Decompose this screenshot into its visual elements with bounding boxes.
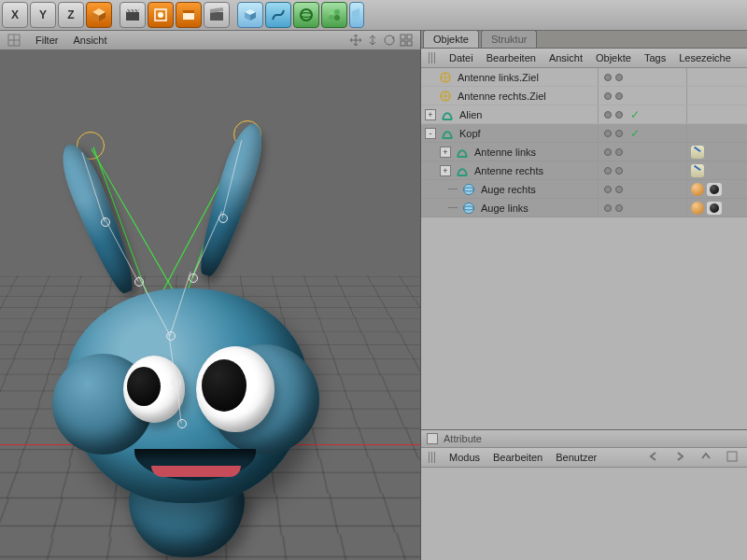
nav-move-icon[interactable] (349, 34, 362, 47)
tree-row[interactable]: Antenne links.Ziel (421, 68, 747, 87)
tab-structure[interactable]: Struktur (481, 30, 538, 48)
render-queue-button[interactable] (204, 2, 230, 28)
visibility-cell[interactable] (598, 180, 686, 198)
tree-row[interactable]: +Antenne links (421, 143, 747, 161)
render-button[interactable] (120, 2, 146, 28)
vis-editor-dot[interactable] (604, 92, 612, 100)
more-tools-button[interactable] (349, 2, 364, 28)
visibility-cell[interactable] (598, 87, 686, 105)
axis-y-button[interactable]: Y (30, 2, 56, 28)
vis-render-dot[interactable] (615, 186, 623, 193)
om-menu-objects[interactable]: Objekte (596, 52, 631, 63)
visibility-cell[interactable] (598, 143, 686, 161)
attr-toggle-icon[interactable] (427, 433, 438, 444)
phong-tag-icon[interactable] (691, 183, 704, 196)
visibility-cell[interactable] (598, 199, 686, 217)
vis-editor-dot[interactable] (604, 74, 612, 81)
attr-menu-edit[interactable]: Bearbeiten (493, 452, 543, 463)
om-menu-edit[interactable]: Bearbeiten (486, 52, 536, 63)
tab-objects[interactable]: Objekte (423, 30, 479, 48)
spline-button[interactable] (265, 2, 291, 28)
object-name[interactable]: Antenne rechts (472, 165, 598, 176)
tags-cell (686, 199, 747, 217)
tree-row[interactable]: Auge rechts (421, 180, 747, 199)
object-tree[interactable]: Antenne links.Ziel Antenne rechts.Ziel+A… (421, 68, 747, 429)
vis-render-dot[interactable] (615, 74, 623, 81)
attr-title: Attribute (444, 433, 482, 444)
attr-nav-back-icon[interactable] (648, 451, 661, 464)
coord-system-button[interactable] (86, 2, 112, 28)
enabled-check-icon[interactable]: ✓ (630, 127, 640, 140)
collapse-icon[interactable]: - (425, 128, 436, 139)
axis-x-button[interactable]: X (2, 2, 28, 28)
vis-render-dot[interactable] (615, 130, 623, 137)
nurbs-button[interactable] (293, 2, 319, 28)
axis-z-button[interactable]: Z (58, 2, 84, 28)
render-region-button[interactable] (148, 2, 174, 28)
object-name[interactable]: Antenne links (472, 147, 598, 158)
vis-render-dot[interactable] (615, 167, 623, 175)
object-name[interactable]: Kopf (458, 128, 598, 139)
expand-icon[interactable]: + (440, 147, 451, 158)
vis-editor-dot[interactable] (604, 148, 612, 156)
vis-editor-dot[interactable] (604, 204, 612, 212)
ik-tag-icon[interactable] (691, 164, 704, 177)
tree-row[interactable]: Auge links (421, 199, 747, 217)
tree-row[interactable]: +Alien✓ (421, 105, 747, 124)
expand-icon[interactable]: + (440, 165, 451, 176)
render-settings-button[interactable] (176, 2, 202, 28)
object-name[interactable]: Auge links (479, 203, 598, 214)
attr-nav-up-icon[interactable] (700, 451, 713, 464)
object-name[interactable]: Auge rechts (479, 184, 598, 195)
clapper2-icon (209, 7, 224, 22)
tree-row[interactable]: Antenne rechts.Ziel (421, 87, 747, 105)
array-button[interactable] (321, 2, 347, 28)
om-menu-tags[interactable]: Tags (644, 52, 666, 63)
hn-icon (456, 146, 469, 159)
svg-rect-33 (727, 452, 737, 461)
object-name[interactable]: Antenne links.Ziel (456, 72, 598, 83)
attr-new-icon[interactable] (726, 451, 740, 464)
object-name[interactable]: Alien (458, 109, 598, 120)
panel-grip-icon[interactable] (429, 52, 436, 63)
vis-editor-dot[interactable] (604, 167, 612, 175)
visibility-cell[interactable] (598, 161, 686, 179)
vis-render-dot[interactable] (615, 111, 623, 119)
nav-rotate-icon[interactable] (383, 34, 396, 47)
om-menu-view[interactable]: Ansicht (549, 52, 583, 63)
nav-layout-icon[interactable] (400, 34, 413, 47)
nav-zoom-icon[interactable] (366, 34, 379, 47)
view-menu[interactable]: Ansicht (73, 35, 106, 46)
vis-editor-dot[interactable] (604, 186, 612, 193)
primitive-cube-button[interactable] (237, 2, 263, 28)
tree-row[interactable]: +Antenne rechts (421, 161, 747, 180)
om-menu-file[interactable]: Datei (449, 52, 473, 63)
filter-menu[interactable]: Filter (35, 35, 58, 46)
visibility-cell[interactable] (598, 68, 686, 86)
visibility-cell[interactable]: ✓ (598, 105, 686, 123)
view-menu-icon[interactable] (7, 34, 21, 47)
vis-render-dot[interactable] (615, 204, 623, 212)
svg-point-18 (329, 15, 334, 21)
material-tag-icon[interactable] (707, 183, 722, 196)
visibility-cell[interactable]: ✓ (598, 124, 686, 142)
material-tag-icon[interactable] (707, 202, 722, 215)
perspective-viewport[interactable] (0, 50, 420, 560)
svg-point-19 (334, 15, 340, 21)
vis-editor-dot[interactable] (604, 111, 612, 119)
om-menu-bookmarks[interactable]: Lesezeiche (679, 52, 731, 63)
attr-menu-mode[interactable]: Modus (449, 452, 480, 463)
attr-nav-fwd-icon[interactable] (674, 451, 687, 464)
enabled-check-icon[interactable]: ✓ (630, 108, 640, 121)
vis-render-dot[interactable] (615, 148, 623, 156)
expand-icon[interactable]: + (425, 109, 436, 120)
object-name[interactable]: Antenne rechts.Ziel (456, 91, 598, 102)
panel-grip-icon[interactable] (429, 452, 436, 463)
tree-row[interactable]: -Kopf✓ (421, 124, 747, 143)
vis-render-dot[interactable] (615, 92, 623, 100)
ik-tag-icon[interactable] (691, 146, 704, 159)
attr-menu-user[interactable]: Benutzer (556, 452, 597, 463)
phong-tag-icon[interactable] (691, 202, 704, 215)
svg-point-31 (464, 203, 474, 213)
vis-editor-dot[interactable] (604, 130, 612, 137)
